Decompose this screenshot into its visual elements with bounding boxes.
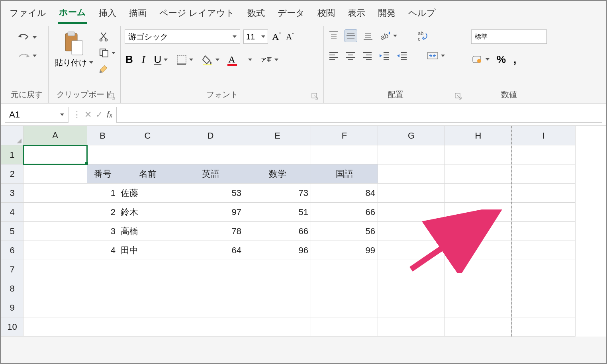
row-header-9[interactable]: 9 — [1, 298, 23, 317]
fill-color-button[interactable] — [201, 53, 220, 66]
tab-view[interactable]: 表示 — [347, 5, 366, 23]
row-header-3[interactable]: 3 — [1, 184, 23, 203]
cut-button[interactable] — [98, 31, 109, 42]
col-header-G[interactable]: G — [378, 126, 445, 145]
cell-G5[interactable] — [378, 222, 445, 241]
cancel-icon[interactable]: ✕ — [84, 110, 92, 120]
col-header-A[interactable]: A — [23, 126, 87, 145]
cell-I10[interactable] — [512, 317, 576, 337]
tab-home[interactable]: ホーム — [58, 4, 87, 24]
cell-I6[interactable] — [512, 241, 576, 260]
dialog-launcher-icon[interactable] — [108, 93, 116, 100]
cell-B3[interactable]: 1 — [87, 184, 118, 203]
cell-G2[interactable] — [378, 164, 445, 184]
decrease-font-button[interactable]: A˅ — [285, 31, 294, 42]
cell-G9[interactable] — [378, 298, 445, 317]
cell-I3[interactable] — [512, 184, 576, 203]
formula-input[interactable] — [116, 107, 602, 123]
cell-H10[interactable] — [445, 317, 512, 337]
row-header-2[interactable]: 2 — [1, 164, 23, 184]
cell-D2[interactable]: 英語 — [177, 164, 244, 184]
cell-H1[interactable] — [445, 145, 512, 164]
cell-C10[interactable] — [118, 317, 177, 337]
tab-review[interactable]: 校閲 — [317, 5, 336, 23]
cell-F9[interactable] — [311, 298, 378, 317]
cell-B7[interactable] — [87, 260, 118, 279]
cell-D5[interactable]: 78 — [177, 222, 244, 241]
underline-button[interactable]: U — [153, 53, 168, 67]
number-format-combo[interactable]: 標準 — [471, 29, 547, 44]
col-header-D[interactable]: D — [177, 126, 244, 145]
increase-font-button[interactable]: A˄ — [271, 31, 282, 43]
align-middle-button[interactable] — [345, 29, 357, 42]
cell-A8[interactable] — [23, 279, 87, 298]
cell-I2[interactable] — [512, 164, 576, 184]
row-header-10[interactable]: 10 — [1, 317, 23, 337]
cell-F6[interactable]: 99 — [311, 241, 378, 260]
cell-C9[interactable] — [118, 298, 177, 317]
tab-developer[interactable]: 開発 — [377, 5, 396, 23]
cell-E7[interactable] — [244, 260, 311, 279]
cell-E10[interactable] — [244, 317, 311, 337]
cell-G1[interactable] — [378, 145, 445, 164]
align-left-button[interactable] — [328, 51, 340, 61]
cell-B5[interactable]: 3 — [87, 222, 118, 241]
copy-button[interactable] — [98, 47, 116, 59]
dialog-launcher-icon[interactable] — [311, 93, 319, 100]
cell-H8[interactable] — [445, 279, 512, 298]
cell-A5[interactable] — [23, 222, 87, 241]
tab-formulas[interactable]: 数式 — [247, 5, 266, 23]
cell-H3[interactable] — [445, 184, 512, 203]
percent-button[interactable]: % — [496, 53, 507, 67]
cell-A7[interactable] — [23, 260, 87, 279]
align-right-button[interactable] — [361, 51, 373, 61]
cell-I1[interactable] — [512, 145, 576, 164]
cell-D7[interactable] — [177, 260, 244, 279]
cell-E4[interactable]: 51 — [244, 203, 311, 222]
cell-F1[interactable] — [311, 145, 378, 164]
cell-I4[interactable] — [512, 203, 576, 222]
cell-F10[interactable] — [311, 317, 378, 337]
row-header-4[interactable]: 4 — [1, 203, 23, 222]
paste-button[interactable]: 貼り付け — [53, 29, 96, 69]
cell-H2[interactable] — [445, 164, 512, 184]
merge-center-button[interactable] — [426, 50, 446, 61]
cell-B6[interactable]: 4 — [87, 241, 118, 260]
cell-E5[interactable]: 66 — [244, 222, 311, 241]
cell-A3[interactable] — [23, 184, 87, 203]
cell-E3[interactable]: 73 — [244, 184, 311, 203]
dialog-launcher-icon[interactable] — [455, 93, 462, 100]
row-header-6[interactable]: 6 — [1, 241, 23, 260]
cell-H5[interactable] — [445, 222, 512, 241]
redo-button[interactable] — [16, 50, 37, 61]
tab-draw[interactable]: 描画 — [128, 5, 147, 23]
cell-D9[interactable] — [177, 298, 244, 317]
cell-C3[interactable]: 佐藤 — [118, 184, 177, 203]
cell-E6[interactable]: 96 — [244, 241, 311, 260]
row-header-7[interactable]: 7 — [1, 260, 23, 279]
cell-I7[interactable] — [512, 260, 576, 279]
col-header-F[interactable]: F — [311, 126, 378, 145]
cell-F5[interactable]: 56 — [311, 222, 378, 241]
bold-button[interactable]: B — [125, 53, 134, 67]
borders-button[interactable] — [176, 54, 194, 66]
col-header-I[interactable]: I — [512, 126, 576, 145]
cell-I9[interactable] — [512, 298, 576, 317]
cell-D10[interactable] — [177, 317, 244, 337]
phonetic-button[interactable]: ア亜 — [260, 56, 279, 63]
cell-C1[interactable] — [118, 145, 177, 164]
cell-F8[interactable] — [311, 279, 378, 298]
cell-H4[interactable] — [445, 203, 512, 222]
decrease-indent-button[interactable] — [378, 51, 391, 61]
worksheet-grid[interactable]: ABCDEFGHI12番号名前英語数学国語31佐藤53738442鈴木97516… — [1, 126, 606, 337]
cell-C6[interactable]: 田中 — [118, 241, 177, 260]
name-box[interactable]: A1 — [5, 107, 69, 123]
font-name-combo[interactable]: 游ゴシック — [125, 29, 240, 44]
cell-B10[interactable] — [87, 317, 118, 337]
tab-file[interactable]: ファイル — [9, 5, 47, 23]
cell-B9[interactable] — [87, 298, 118, 317]
orientation-button[interactable]: ab — [379, 30, 398, 42]
cell-A1[interactable] — [23, 145, 87, 164]
cell-E1[interactable] — [244, 145, 311, 164]
cell-B2[interactable]: 番号 — [87, 164, 118, 184]
